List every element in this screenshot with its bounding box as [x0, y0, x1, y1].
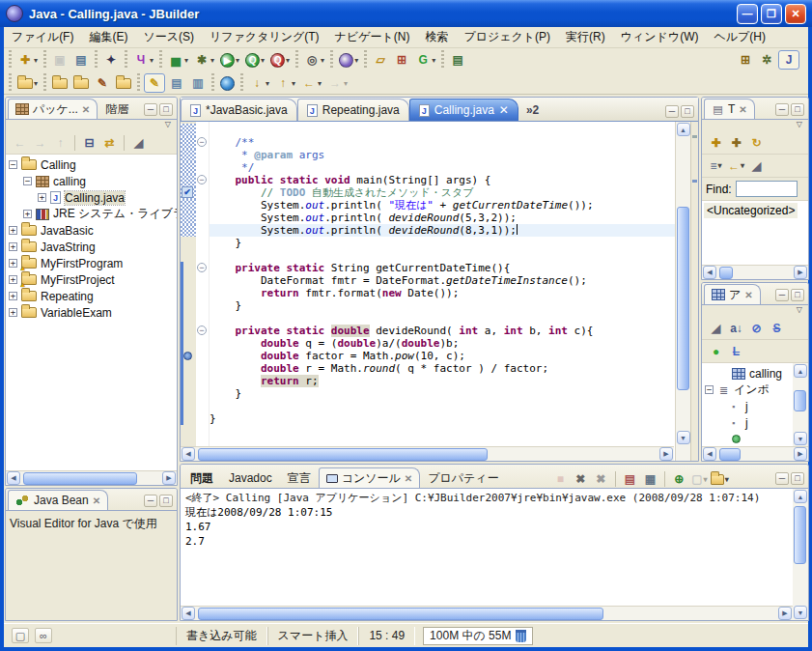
code-line[interactable]: return fmtr.format(new Date()); [210, 287, 675, 299]
tree-item[interactable]: −calling [6, 173, 177, 189]
fold-cell[interactable] [196, 237, 209, 249]
fold-collapse-icon[interactable]: − [197, 175, 207, 184]
marker-cell[interactable] [181, 412, 196, 425]
tab-java-bean[interactable]: Java Bean ✕ [8, 490, 108, 510]
dropdown-arrow-icon[interactable]: ▾ [236, 56, 239, 65]
editor-tab-javabasicjava[interactable]: J*JavaBasic.java [181, 99, 297, 121]
mail-folder-icon[interactable] [71, 73, 91, 93]
highlighter-icon[interactable]: ✎ [144, 73, 165, 93]
print-icon[interactable]: ▤ [71, 50, 91, 70]
fold-cell[interactable] [196, 199, 209, 212]
debug-perspective-icon[interactable]: ✲ [757, 50, 776, 70]
tab-outline[interactable]: ア ✕ [704, 284, 761, 304]
marker-cell[interactable] [181, 161, 196, 174]
fold-cell[interactable] [196, 224, 209, 237]
dropdown-arrow-icon[interactable]: ▾ [261, 56, 265, 65]
dropdown-arrow-icon[interactable]: ▾ [354, 56, 358, 65]
doc-edit-icon[interactable]: ▤ [167, 73, 186, 93]
code-line[interactable]: System.out.println( devideRound(8,3,1)); [210, 224, 675, 237]
debug-icon[interactable]: ✱▾ [192, 50, 216, 70]
scroll-left-icon[interactable]: ◀ [703, 447, 716, 461]
console-output[interactable]: <終了> Calling [Java アプリケーション] C:¥JBuilder… [181, 489, 793, 620]
expand-toggle-icon[interactable]: − [23, 177, 32, 185]
menu-item[interactable]: プロジェクト(P) [456, 26, 558, 48]
console-vscrollbar[interactable]: ▲ ▼ [793, 489, 808, 620]
scroll-right-icon[interactable]: ▶ [794, 447, 807, 461]
new-web-icon[interactable]: ▱ [371, 50, 390, 70]
marker-cell[interactable] [181, 274, 196, 287]
terminate-icon[interactable]: ✖ [572, 470, 590, 488]
more-editors-chevron[interactable]: »2 [518, 103, 546, 121]
dropdown-arrow-icon[interactable]: ▾ [266, 79, 269, 88]
dropdown-arrow-icon[interactable]: ▾ [150, 56, 154, 65]
fold-cell[interactable] [196, 186, 209, 199]
expand-toggle-icon[interactable]: − [705, 385, 714, 394]
last-edit-location-icon[interactable]: ↓▾ [247, 73, 271, 93]
scroll-right-icon[interactable]: ▶ [778, 607, 792, 620]
filter-icon[interactable]: ◢ [747, 157, 766, 175]
tree-item[interactable]: +JavaBasic [6, 222, 177, 239]
code-line[interactable] [210, 400, 675, 412]
breakpoint-icon[interactable] [183, 352, 192, 360]
tree-item[interactable]: +MyFirstProgram [6, 255, 177, 271]
console-tab-コンソール[interactable]: コンソール✕ [319, 467, 421, 488]
code-line[interactable]: } [210, 299, 675, 312]
dropdown-arrow-icon[interactable]: ▾ [184, 56, 188, 65]
fold-cell[interactable] [196, 287, 209, 299]
dropdown-arrow-icon[interactable]: ▾ [210, 56, 214, 65]
fold-cell[interactable] [196, 375, 209, 387]
refresh-icon[interactable]: ↻ [747, 134, 766, 152]
close-icon[interactable]: ✕ [82, 104, 90, 115]
code-line[interactable] [210, 312, 675, 325]
dropdown-arrow-icon[interactable]: ▾ [321, 56, 324, 65]
tree-item[interactable]: ▪j [702, 398, 793, 414]
refactor-icon[interactable]: Ч▾ [131, 50, 155, 70]
forward-icon[interactable]: →▾ [325, 73, 350, 93]
maximize-view-icon[interactable]: □ [159, 495, 173, 507]
fast-view-icon[interactable]: ▢ [12, 628, 29, 643]
code-line[interactable]: double factor = Math.pow(10, c); [210, 350, 675, 362]
close-icon[interactable]: ✕ [499, 103, 509, 117]
new-child-icon[interactable]: ✚ [727, 134, 745, 152]
code-line[interactable]: */ [210, 161, 675, 174]
code-line[interactable]: } [210, 387, 675, 400]
scroll-up-icon[interactable]: ▲ [794, 364, 807, 378]
fold-cell[interactable]: − [196, 262, 209, 274]
marker-cell[interactable] [181, 387, 196, 400]
scrapbook-icon[interactable]: ▤ [448, 50, 467, 70]
open-perspective-icon[interactable]: ⊞ [736, 50, 755, 70]
save-icon[interactable]: ▣ [50, 50, 70, 70]
run-history-icon[interactable]: Q▾ [243, 50, 266, 70]
maximize-view-icon[interactable]: □ [159, 103, 173, 116]
code-line[interactable]: private static double devideRound( int a… [210, 325, 675, 337]
scroll-down-icon[interactable]: ▼ [677, 431, 690, 444]
fold-cell[interactable] [196, 387, 209, 400]
marker-cell[interactable] [181, 199, 196, 212]
code-area[interactable]: /** * @param args */ public static void … [210, 122, 675, 461]
right-top-hscrollbar[interactable]: ◀ ▶ [702, 265, 808, 279]
scroll-right-icon[interactable]: ▶ [794, 266, 807, 279]
marker-cell[interactable] [181, 375, 196, 387]
marker-cell[interactable] [181, 249, 196, 262]
marker-cell[interactable] [181, 136, 196, 149]
minimize-view-icon[interactable]: ─ [775, 472, 789, 485]
tree-item[interactable] [702, 431, 793, 446]
filter-icon[interactable]: ◢ [707, 320, 725, 337]
maximize-button[interactable]: ❐ [761, 4, 782, 24]
code-line[interactable]: // TODO 自動生成されたメソッド・スタブ [210, 186, 675, 199]
marker-cell[interactable] [181, 325, 196, 337]
link-editor-icon[interactable]: ⇄ [100, 134, 119, 152]
minimize-button[interactable]: — [737, 4, 758, 24]
view-menu-icon[interactable]: ▽ [165, 120, 171, 131]
console-tab-Javadoc[interactable]: Javadoc [221, 467, 280, 488]
list-item[interactable]: <Uncategorized> [704, 203, 798, 218]
collapse-all-icon[interactable]: ⊟ [80, 134, 98, 152]
scroll-down-icon[interactable]: ▼ [794, 432, 807, 445]
menu-item[interactable]: ヘルプ(H) [706, 26, 773, 48]
menu-item[interactable]: ウィンドウ(W) [613, 26, 707, 48]
menu-item[interactable]: ファイル(F) [4, 26, 81, 48]
marker-cell[interactable] [181, 212, 196, 224]
hide-static-icon[interactable]: S [768, 320, 786, 337]
fold-cell[interactable] [196, 299, 209, 312]
back-arrow-icon[interactable]: ← [11, 134, 29, 152]
